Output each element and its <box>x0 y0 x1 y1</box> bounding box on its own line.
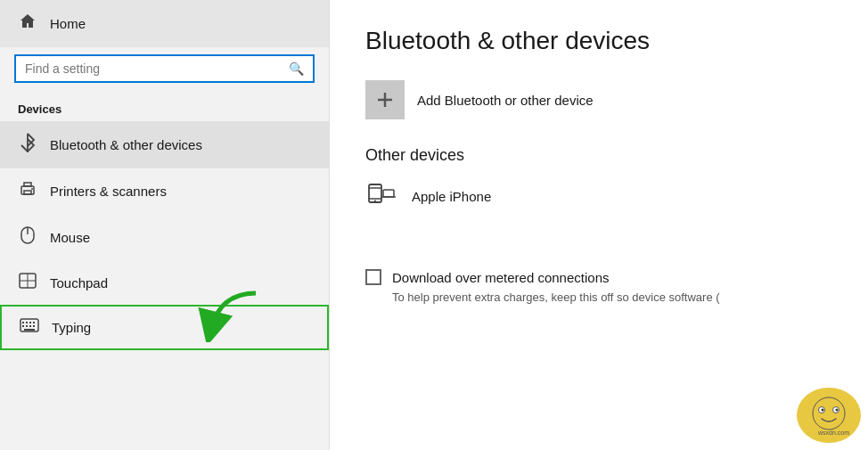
printer-icon <box>18 180 37 202</box>
download-row: Download over metered connections <box>365 269 832 285</box>
svg-rect-22 <box>369 184 381 202</box>
svg-point-28 <box>813 397 845 430</box>
sidebar-item-mouse[interactable]: Mouse <box>0 214 329 261</box>
bluetooth-label: Bluetooth & other devices <box>50 137 202 152</box>
svg-rect-15 <box>26 325 28 327</box>
sidebar-item-printers[interactable]: Printers & scanners <box>0 168 329 214</box>
svg-point-32 <box>836 409 839 412</box>
svg-rect-17 <box>33 325 35 327</box>
device-name: Apple iPhone <box>412 189 491 204</box>
svg-rect-11 <box>26 322 28 323</box>
typing-label: Typing <box>52 320 91 335</box>
search-wrapper: 🔍 <box>0 47 329 95</box>
page-title: Bluetooth & other devices <box>365 27 832 55</box>
other-devices-title: Other devices <box>365 146 832 165</box>
svg-rect-2 <box>24 191 31 194</box>
mouse-icon <box>18 225 37 250</box>
keyboard-icon <box>20 318 39 337</box>
search-box-container: 🔍 <box>14 54 315 83</box>
sidebar: Home 🔍 Devices Bluetooth & other devices <box>0 0 330 450</box>
sidebar-item-touchpad[interactable]: Touchpad <box>0 261 329 305</box>
svg-rect-1 <box>24 183 31 186</box>
svg-text:wsxdn.com: wsxdn.com <box>817 430 849 436</box>
sidebar-item-home[interactable]: Home <box>0 0 329 47</box>
download-desc: To help prevent extra charges, keep this… <box>365 290 832 304</box>
touchpad-label: Touchpad <box>50 275 108 290</box>
touchpad-icon <box>18 273 37 293</box>
phone-icon <box>365 177 397 216</box>
svg-point-3 <box>31 188 33 190</box>
sidebar-item-bluetooth[interactable]: Bluetooth & other devices <box>0 121 329 168</box>
svg-rect-13 <box>33 322 35 323</box>
download-checkbox[interactable] <box>365 269 381 285</box>
sidebar-item-typing[interactable]: Typing <box>0 305 329 350</box>
svg-rect-14 <box>22 325 24 327</box>
add-device-icon <box>365 80 405 119</box>
download-label: Download over metered connections <box>392 270 609 285</box>
home-icon <box>18 12 37 35</box>
mouse-label: Mouse <box>50 230 90 245</box>
main-content: Bluetooth & other devices Add Bluetooth … <box>330 0 868 450</box>
svg-rect-10 <box>22 322 24 323</box>
svg-rect-16 <box>29 325 31 327</box>
search-icon: 🔍 <box>289 61 304 76</box>
home-label: Home <box>50 16 86 31</box>
svg-rect-18 <box>24 329 35 331</box>
printers-label: Printers & scanners <box>50 184 167 199</box>
svg-rect-12 <box>29 322 31 323</box>
search-input[interactable] <box>25 61 289 76</box>
svg-rect-26 <box>383 190 394 197</box>
svg-point-31 <box>822 409 824 412</box>
svg-point-25 <box>374 200 376 202</box>
download-section: Download over metered connections To hel… <box>365 269 832 304</box>
watermark: wsxdn.com <box>797 388 861 443</box>
add-device-button[interactable]: Add Bluetooth or other device <box>365 80 832 119</box>
devices-section-label: Devices <box>0 95 329 121</box>
device-item-iphone: Apple iPhone <box>365 177 832 216</box>
bluetooth-icon <box>18 133 37 157</box>
add-device-label: Add Bluetooth or other device <box>417 93 594 108</box>
